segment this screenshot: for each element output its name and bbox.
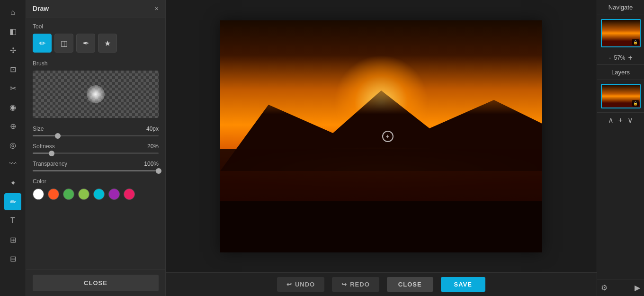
navigate-thumbnail: 🔒	[601, 19, 641, 47]
right-panel: Navigate 🔒 - 57% + Layers 🔒 ∧ + ∨ ⚙ ▶	[597, 0, 644, 296]
toolbar-waves[interactable]: 〰	[4, 155, 21, 172]
toolbar-vignette[interactable]: ◎	[4, 136, 21, 153]
softness-row: Softness 20%	[33, 143, 159, 150]
undo-icon: ↩	[286, 281, 292, 288]
size-value: 40px	[146, 126, 159, 132]
canvas-image	[220, 20, 542, 252]
horses-silhouette	[220, 149, 542, 206]
color-section: Color	[33, 178, 159, 200]
layer-down-button[interactable]: ∨	[627, 116, 633, 125]
toolbar-grid[interactable]: ⊞	[4, 231, 21, 248]
layer-lock-icon: 🔒	[632, 100, 639, 107]
size-label: Size	[33, 126, 44, 132]
softness-slider-track[interactable]	[33, 152, 159, 154]
toolbar-export[interactable]: ⊟	[4, 250, 21, 267]
color-label: Color	[33, 178, 159, 185]
toolbar-home[interactable]: ⌂	[4, 4, 21, 21]
color-white[interactable]	[33, 188, 44, 200]
tool-row: ✏ ◫ ✒ ★	[33, 34, 159, 53]
softness-label: Softness	[33, 143, 55, 150]
transparency-slider-track[interactable]	[33, 170, 159, 171]
toolbar-scissors[interactable]: ✂	[4, 80, 21, 97]
softness-value: 20%	[147, 143, 159, 150]
color-lime[interactable]	[78, 188, 89, 200]
brush-dot	[87, 85, 105, 103]
ground	[220, 201, 542, 252]
expand-button[interactable]: ▶	[635, 283, 640, 292]
toolbar-text[interactable]: T	[4, 212, 21, 229]
color-purple[interactable]	[108, 188, 120, 200]
zoom-in-button[interactable]: +	[628, 54, 633, 62]
settings-button[interactable]: ⚙	[601, 283, 608, 292]
main-area: ↩ UNDO ↪ REDO CLOSE SAVE	[166, 0, 597, 296]
navigate-header: Navigate	[597, 0, 644, 15]
tool-pencil[interactable]: ✒	[76, 34, 95, 53]
size-slider-thumb[interactable]	[55, 133, 61, 139]
toolbar-filter[interactable]: ⊕	[4, 117, 21, 135]
size-slider-track[interactable]	[33, 135, 159, 136]
size-row: Size 40px	[33, 126, 159, 132]
transparency-row: Transparency 100%	[33, 161, 159, 167]
color-orange[interactable]	[48, 188, 59, 200]
right-panel-footer: ⚙ ▶	[597, 279, 644, 296]
tool-brush[interactable]: ✏	[33, 34, 52, 53]
softness-slider-thumb[interactable]	[49, 151, 54, 156]
softness-slider-section: Softness 20%	[33, 143, 159, 154]
draw-panel-close-button[interactable]: CLOSE	[33, 275, 159, 291]
toolbar-layers[interactable]: ◧	[4, 23, 21, 40]
toolbar-crop[interactable]: ⊡	[4, 61, 21, 78]
redo-label: REDO	[350, 281, 370, 288]
size-slider-fill	[33, 135, 58, 136]
undo-button[interactable]: ↩ UNDO	[277, 277, 324, 292]
layer-up-button[interactable]: ∧	[608, 116, 614, 125]
toolbar-eyedropper[interactable]: ✦	[4, 174, 21, 191]
draw-panel-title: Draw	[33, 5, 49, 12]
zoom-row: - 57% +	[597, 51, 644, 65]
bottom-bar: ↩ UNDO ↪ REDO CLOSE SAVE	[166, 272, 597, 296]
draw-panel: Draw × Tool ✏ ◫ ✒ ★ Brush Size 40px	[26, 0, 166, 296]
transparency-slider-thumb[interactable]	[156, 168, 161, 174]
draw-panel-footer: CLOSE	[26, 269, 165, 296]
draw-panel-header: Draw ×	[26, 0, 165, 18]
transparency-value: 100%	[144, 161, 159, 167]
layers-actions: ∧ + ∨	[597, 112, 644, 127]
left-toolbar: ⌂ ◧ ✢ ⊡ ✂ ◉ ⊕ ◎ 〰 ✦ ✏ T ⊞ ⊟	[0, 0, 26, 296]
tool-star[interactable]: ★	[98, 34, 117, 53]
tool-eraser[interactable]: ◫	[54, 34, 73, 53]
layer-add-button[interactable]: +	[618, 116, 623, 125]
size-slider-section: Size 40px	[33, 126, 159, 136]
zoom-value: 57%	[614, 54, 625, 61]
canvas-container[interactable]	[166, 0, 597, 272]
brush-preview	[33, 71, 159, 118]
toolbar-draw[interactable]: ✏	[4, 193, 21, 210]
redo-button[interactable]: ↪ REDO	[332, 277, 379, 292]
transparency-slider-fill	[33, 170, 159, 171]
close-main-button[interactable]: CLOSE	[387, 277, 433, 292]
transparency-slider-section: Transparency 100%	[33, 161, 159, 171]
redo-icon: ↪	[341, 281, 347, 288]
color-pink[interactable]	[124, 188, 135, 200]
save-button[interactable]: SAVE	[441, 277, 485, 292]
brush-section-label: Brush	[33, 60, 159, 67]
undo-label: UNDO	[295, 281, 315, 288]
draw-panel-content: Tool ✏ ◫ ✒ ★ Brush Size 40px Softness 20…	[26, 18, 165, 269]
toolbar-adjust[interactable]: ◉	[4, 99, 21, 116]
layers-header: Layers	[597, 65, 644, 80]
zoom-out-button[interactable]: -	[608, 54, 611, 62]
color-row	[33, 188, 159, 200]
toolbar-move[interactable]: ✢	[4, 42, 21, 59]
navigate-lock-icon: 🔒	[632, 39, 639, 45]
transparency-label: Transparency	[33, 161, 67, 167]
color-green[interactable]	[63, 188, 74, 200]
layer-thumbnail: 🔒	[601, 84, 641, 108]
tool-section-label: Tool	[33, 23, 159, 30]
color-cyan[interactable]	[93, 188, 105, 200]
draw-panel-close-icon[interactable]: ×	[155, 5, 159, 12]
